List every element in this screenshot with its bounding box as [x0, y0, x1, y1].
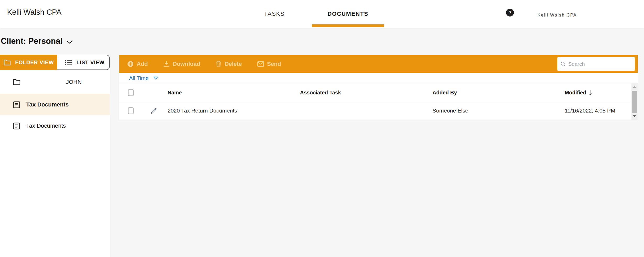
brand-logo: Kelli Walsh CPA: [7, 8, 62, 17]
search-icon: [560, 61, 566, 67]
help-button[interactable]: ?: [506, 9, 514, 17]
document-modified: 11/16/2022, 4:05 PM: [565, 102, 615, 119]
sort-arrow-down-icon: [588, 90, 592, 96]
client-selector[interactable]: Client: Personal: [1, 35, 73, 47]
add-icon: [127, 61, 134, 67]
scrollbar-down-arrow-icon[interactable]: [633, 115, 636, 117]
table-row[interactable]: 2020 Tax Return Documents Someone Else 1…: [119, 102, 638, 119]
account-menu[interactable]: Kelli Walsh CPA: [537, 13, 577, 18]
column-header-modified-label: Modified: [565, 90, 586, 96]
column-header-associated-task[interactable]: Associated Task: [300, 83, 341, 102]
toolbar-actions: Add Download Delete: [127, 55, 281, 73]
document-name[interactable]: 2020 Tax Return Documents: [168, 102, 237, 119]
row-checkbox[interactable]: [128, 107, 134, 114]
documents-toolbar: Add Download Delete: [119, 55, 638, 73]
search-input[interactable]: [568, 61, 632, 67]
top-header: Kelli Walsh CPA TASKS DOCUMENTS ? Kelli …: [0, 0, 644, 28]
document-icon: [13, 122, 20, 130]
list-view-label: LIST VIEW: [76, 60, 104, 66]
select-all-cell: [128, 83, 134, 102]
row-edit-cell: [150, 102, 157, 119]
select-all-checkbox[interactable]: [128, 89, 134, 96]
triangle-down-icon: [153, 76, 158, 80]
sidebar-folder-tax-documents-selected[interactable]: Tax Documents: [0, 94, 110, 115]
sidebar-folder-john[interactable]: JOHN: [0, 70, 110, 94]
list-view-button[interactable]: LIST VIEW: [57, 55, 110, 70]
time-filter-label: All Time: [129, 75, 149, 81]
client-selector-label: Client: Personal: [1, 36, 63, 46]
folder-view-label: FOLDER VIEW: [15, 60, 54, 66]
download-button-label: Download: [173, 61, 200, 67]
documents-table-card: All Time Name Associated Task Added By M…: [119, 73, 638, 120]
search-box: [557, 57, 635, 71]
document-icon: [13, 101, 20, 108]
add-button[interactable]: Add: [127, 61, 148, 67]
scrollbar-up-arrow-icon[interactable]: [633, 86, 636, 88]
column-header-added-by[interactable]: Added By: [432, 83, 457, 102]
folder-sidebar: FOLDER VIEW LIST VIEW JOHN: [0, 55, 110, 257]
question-mark-icon: ?: [508, 10, 512, 16]
download-button[interactable]: Download: [163, 61, 200, 67]
folder-icon: [4, 60, 11, 66]
folder-view-button[interactable]: FOLDER VIEW: [0, 55, 57, 70]
tab-tasks[interactable]: TASKS: [251, 0, 297, 28]
time-filter-dropdown[interactable]: All Time: [129, 75, 158, 81]
add-button-label: Add: [137, 61, 148, 67]
envelope-icon: [257, 61, 264, 67]
sidebar-folder-tax-documents[interactable]: Tax Documents: [0, 115, 110, 136]
tab-documents-label: DOCUMENTS: [327, 10, 368, 17]
sidebar-folder-label: Tax Documents: [26, 122, 66, 129]
download-icon: [163, 61, 170, 67]
view-toggle: FOLDER VIEW LIST VIEW: [0, 55, 110, 70]
trash-icon: [215, 61, 222, 67]
column-header-modified[interactable]: Modified: [565, 83, 592, 102]
pencil-icon[interactable]: [150, 107, 157, 114]
table-scrollbar[interactable]: [631, 83, 638, 120]
active-tab-underline: [312, 24, 384, 27]
folder-icon: [13, 79, 20, 85]
table-header-row: Name Associated Task Added By Modified: [119, 83, 638, 102]
app-root: Kelli Walsh CPA TASKS DOCUMENTS ? Kelli …: [0, 0, 644, 257]
sidebar-folder-label: Tax Documents: [26, 101, 69, 108]
delete-button-label: Delete: [225, 61, 242, 67]
document-added-by: Someone Else: [432, 102, 468, 119]
filter-row: All Time: [119, 73, 638, 83]
delete-button[interactable]: Delete: [215, 61, 242, 67]
chevron-down-icon: [66, 40, 73, 44]
list-icon: [65, 59, 72, 66]
row-select-cell: [128, 102, 134, 119]
send-button-label: Send: [267, 61, 281, 67]
scrollbar-thumb[interactable]: [632, 91, 637, 113]
send-button[interactable]: Send: [257, 61, 281, 67]
tab-documents[interactable]: DOCUMENTS: [312, 0, 384, 28]
sidebar-folder-label: JOHN: [66, 79, 82, 85]
column-header-name[interactable]: Name: [168, 83, 182, 102]
tab-tasks-label: TASKS: [264, 10, 285, 17]
